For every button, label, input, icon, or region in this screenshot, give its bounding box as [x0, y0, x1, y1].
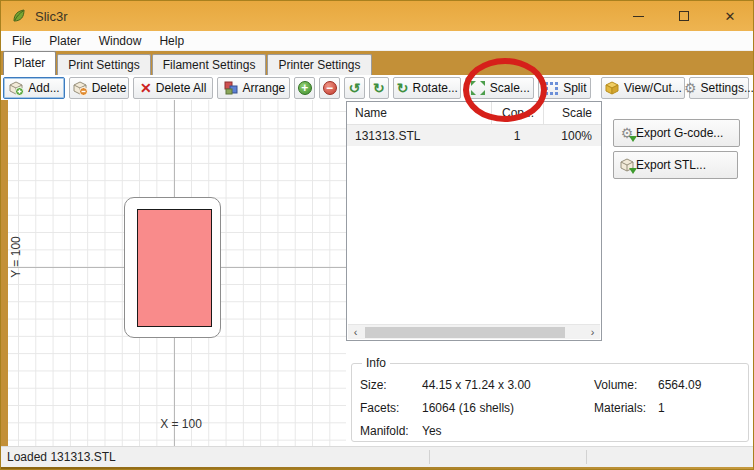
increase-copies-button[interactable]: + — [294, 77, 315, 99]
scrollbar-thumb[interactable] — [365, 327, 565, 338]
settings-button-label: Settings... — [701, 81, 754, 95]
scale-button[interactable]: Scale... — [465, 77, 534, 99]
x-axis-label: X = 100 — [148, 417, 214, 431]
info-panel: Info Size: 44.15 x 71.24 x 3.00 Volume: … — [351, 356, 749, 442]
maximize-icon — [679, 11, 689, 21]
menu-plater[interactable]: Plater — [40, 31, 89, 51]
column-header-name[interactable]: Name — [347, 106, 491, 120]
slic3r-window: Slic3r ✕ File Plater Window Help Plater … — [0, 0, 754, 470]
view-cut-button-label: View/Cut... — [624, 81, 682, 95]
title-bar: Slic3r ✕ — [1, 1, 753, 31]
arrange-cubes-icon — [223, 80, 239, 96]
menu-file[interactable]: File — [3, 31, 40, 51]
rotate-cw-button[interactable]: ↻ — [369, 77, 390, 99]
tab-filament-settings[interactable]: Filament Settings — [152, 54, 267, 75]
split-dots-icon — [543, 80, 559, 96]
cell-name: 131313.STL — [347, 129, 491, 143]
delete-button-label: Delete — [92, 81, 127, 95]
export-stl-icon — [618, 157, 636, 173]
rotate-ccw-icon: ↺ — [348, 81, 360, 95]
tab-printer-settings[interactable]: Printer Settings — [267, 54, 371, 75]
gear-icon: ⚙ — [684, 81, 697, 95]
green-arrow-icon — [629, 136, 637, 142]
facets-label: Facets: — [360, 401, 422, 415]
column-header-copies[interactable]: Cop... — [491, 102, 543, 124]
menu-bar: File Plater Window Help — [1, 31, 753, 51]
scroll-right-icon[interactable]: › — [585, 325, 600, 340]
menu-window[interactable]: Window — [90, 31, 151, 51]
add-button-label: Add... — [28, 81, 59, 95]
decrease-copies-button[interactable]: − — [319, 77, 340, 99]
view-cut-button[interactable]: View/Cut... — [601, 77, 685, 99]
tab-bar: Plater Print Settings Filament Settings … — [3, 51, 753, 75]
rotate-ccw-button[interactable]: ↺ — [344, 77, 365, 99]
materials-value: 1 — [658, 401, 740, 415]
red-minus-icon: − — [323, 81, 337, 95]
status-divider — [429, 450, 430, 464]
cell-scale: 100% — [543, 129, 600, 143]
export-stl-button[interactable]: Export STL... — [613, 151, 738, 179]
size-value: 44.15 x 71.24 x 3.00 — [422, 378, 594, 392]
tab-plater[interactable]: Plater — [3, 51, 56, 75]
tab-print-settings[interactable]: Print Settings — [57, 54, 150, 75]
export-stl-label: Export STL... — [636, 158, 706, 172]
arrange-button-label: Arrange — [243, 81, 286, 95]
scale-arrows-icon — [470, 80, 486, 96]
table-row[interactable]: 131313.STL 1 100% — [347, 125, 601, 146]
delete-all-button-label: Delete All — [156, 81, 207, 95]
toolbar: Add... Delete ✕ Delete All — [1, 75, 753, 100]
yellow-cube-icon — [604, 80, 620, 96]
export-gcode-label: Export G-code... — [636, 126, 723, 140]
horizontal-scrollbar[interactable]: ‹ › — [348, 324, 600, 339]
close-button[interactable]: ✕ — [707, 1, 753, 31]
manifold-label: Manifold: — [360, 424, 422, 438]
status-divider — [586, 450, 587, 464]
green-arrow-icon — [629, 168, 637, 174]
export-gcode-icon: ⚙ — [618, 125, 636, 141]
size-label: Size: — [360, 378, 422, 392]
delete-button[interactable]: Delete — [69, 77, 129, 99]
column-header-scale[interactable]: Scale — [543, 102, 600, 124]
materials-label: Materials: — [594, 401, 658, 415]
export-gcode-button[interactable]: ⚙ Export G-code... — [613, 119, 740, 147]
minimize-icon — [633, 16, 644, 17]
facets-value: 16064 (16 shells) — [422, 401, 594, 415]
rotate-button[interactable]: ↻ Rotate... — [393, 77, 461, 99]
arrange-button[interactable]: Arrange — [217, 77, 290, 99]
green-plus-icon: + — [298, 81, 312, 95]
y-axis-label: Y = 100 — [9, 234, 23, 280]
manifold-value: Yes — [422, 424, 594, 438]
scale-button-label: Scale... — [490, 81, 530, 95]
settings-button[interactable]: ⚙ Settings... — [689, 77, 749, 99]
split-button[interactable]: Split — [538, 77, 591, 99]
status-bar: Loaded 131313.STL — [1, 446, 753, 467]
app-leaf-icon — [10, 7, 28, 25]
rotate-icon: ↻ — [397, 81, 409, 95]
delete-all-button[interactable]: ✕ Delete All — [133, 77, 213, 99]
add-button[interactable]: Add... — [3, 77, 65, 99]
maximize-button[interactable] — [661, 1, 707, 31]
window-bottom-edge — [1, 467, 753, 469]
scrollbar-track[interactable] — [363, 325, 585, 340]
scroll-left-icon[interactable]: ‹ — [348, 325, 363, 340]
object-list-header: Name Cop... Scale — [347, 102, 601, 125]
rotate-button-label: Rotate... — [413, 81, 458, 95]
cell-copies: 1 — [491, 129, 543, 143]
plater-canvas[interactable]: Y = 100 X = 100 — [8, 100, 346, 448]
volume-value: 6564.09 — [658, 378, 740, 392]
rotate-cw-icon: ↻ — [373, 81, 385, 95]
minimize-button[interactable] — [615, 1, 661, 31]
close-icon: ✕ — [725, 10, 736, 23]
status-text: Loaded 131313.STL — [7, 450, 116, 464]
object-list: Name Cop... Scale 131313.STL 1 100% ‹ › — [346, 101, 602, 341]
volume-label: Volume: — [594, 378, 658, 392]
window-title: Slic3r — [35, 9, 68, 24]
add-box-icon — [8, 80, 24, 96]
split-button-label: Split — [563, 81, 586, 95]
menu-help[interactable]: Help — [150, 31, 193, 51]
red-x-icon: ✕ — [140, 81, 152, 95]
object-131313[interactable] — [137, 209, 212, 327]
info-legend: Info — [362, 356, 390, 370]
delete-box-icon — [72, 80, 88, 96]
